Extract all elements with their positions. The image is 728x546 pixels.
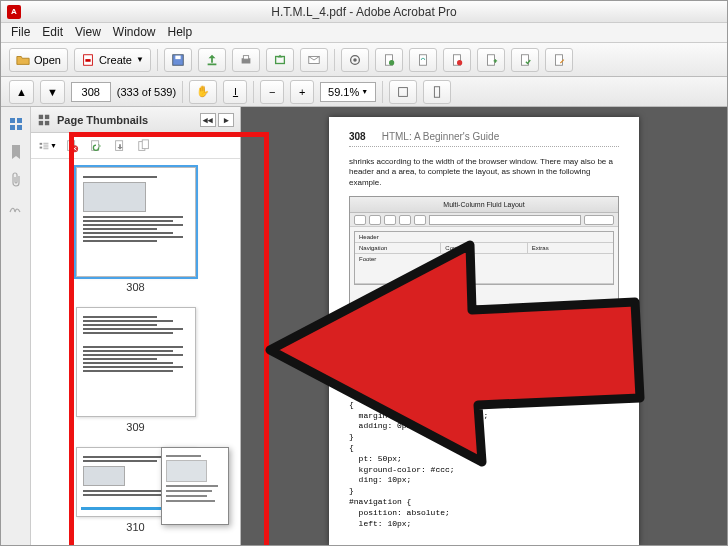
body-paragraph: aint to help you build the basic pageyle… bbox=[349, 314, 619, 335]
create-button[interactable]: Create ▼ bbox=[74, 48, 151, 72]
figure-nav-cell: Navigation bbox=[355, 243, 441, 253]
hand-tool-button[interactable]: ✋ bbox=[189, 80, 217, 104]
menu-bar: File Edit View Window Help bbox=[1, 23, 727, 43]
fit-width-icon bbox=[396, 85, 410, 99]
page-header-number: 308 bbox=[349, 131, 366, 142]
thumb-insert-button[interactable] bbox=[135, 137, 153, 155]
svg-rect-31 bbox=[43, 142, 48, 143]
fit-page-button[interactable] bbox=[423, 80, 451, 104]
thumbnails-close-button[interactable]: ▸ bbox=[218, 113, 234, 127]
thumbnail-page-308[interactable] bbox=[76, 167, 196, 277]
thumbnail-label: 310 bbox=[126, 521, 144, 533]
svg-rect-34 bbox=[43, 148, 48, 149]
share-button[interactable] bbox=[266, 48, 294, 72]
select-tool-button[interactable]: I̲ bbox=[223, 80, 247, 104]
svg-rect-29 bbox=[40, 142, 43, 144]
zoom-out-button[interactable]: − bbox=[260, 80, 284, 104]
window-title: H.T.M.L_4.pdf - Adobe Acrobat Pro bbox=[271, 5, 456, 19]
pdf-page: 308 HTML: A Beginner's Guide shrinks acc… bbox=[329, 117, 639, 545]
svg-rect-4 bbox=[208, 63, 217, 65]
menu-edit[interactable]: Edit bbox=[42, 25, 63, 40]
tool-c-button[interactable] bbox=[443, 48, 471, 72]
arrow-up-icon: ▲ bbox=[16, 86, 27, 98]
svg-rect-28 bbox=[45, 120, 49, 124]
options-icon bbox=[39, 139, 49, 153]
envelope-icon bbox=[307, 53, 321, 67]
pdf-app-icon: A bbox=[7, 5, 21, 19]
tool-b-button[interactable] bbox=[409, 48, 437, 72]
code-block: { margin: 10px 10px 0px 10px; adding: 0p… bbox=[349, 400, 619, 530]
page-x-icon bbox=[65, 139, 79, 153]
embedded-figure-browser: Multi-Column Fluid Layout Header Navigat… bbox=[349, 196, 619, 306]
save-button[interactable] bbox=[164, 48, 192, 72]
svg-rect-7 bbox=[276, 56, 285, 63]
email-button[interactable] bbox=[300, 48, 328, 72]
create-label: Create bbox=[99, 54, 132, 66]
svg-rect-1 bbox=[85, 59, 90, 62]
thumbnail-label: 309 bbox=[126, 421, 144, 433]
prev-page-button[interactable]: ▲ bbox=[9, 80, 34, 104]
fit-page-icon bbox=[430, 85, 444, 99]
fit-width-button[interactable] bbox=[389, 80, 417, 104]
zoom-in-button[interactable]: + bbox=[290, 80, 314, 104]
share-icon bbox=[273, 53, 287, 67]
page-edit-icon bbox=[552, 53, 566, 67]
thumbnail-page-309[interactable] bbox=[76, 307, 196, 417]
settings-button[interactable] bbox=[341, 48, 369, 72]
thumbnail-item[interactable]: 309 bbox=[35, 307, 236, 433]
hand-icon: ✋ bbox=[196, 85, 210, 98]
menu-help[interactable]: Help bbox=[168, 25, 193, 40]
thumb-options-button[interactable]: ▼ bbox=[39, 137, 57, 155]
attachments-tab-button[interactable] bbox=[7, 171, 25, 189]
svg-rect-13 bbox=[419, 54, 426, 65]
plus-icon: + bbox=[299, 86, 305, 98]
tool-a-button[interactable] bbox=[375, 48, 403, 72]
page-check-icon bbox=[518, 53, 532, 67]
thumbnails-collapse-button[interactable]: ◂◂ bbox=[200, 113, 216, 127]
tool-f-button[interactable] bbox=[545, 48, 573, 72]
menu-view[interactable]: View bbox=[75, 25, 101, 40]
thumb-delete-button[interactable] bbox=[63, 137, 81, 155]
thumbnail-item[interactable]: 308 bbox=[35, 167, 236, 293]
document-viewport[interactable]: 308 HTML: A Beginner's Guide shrinks acc… bbox=[241, 107, 727, 545]
svg-rect-6 bbox=[243, 55, 248, 59]
page-add-icon bbox=[484, 53, 498, 67]
thumb-extract-button[interactable] bbox=[111, 137, 129, 155]
page-number-input[interactable] bbox=[71, 82, 111, 102]
bookmark-icon bbox=[9, 144, 23, 160]
svg-rect-26 bbox=[45, 114, 49, 118]
thumbnails-tab-button[interactable] bbox=[7, 115, 25, 133]
export-button[interactable] bbox=[198, 48, 226, 72]
page-delete-icon bbox=[450, 53, 464, 67]
tool-e-button[interactable] bbox=[511, 48, 539, 72]
open-button[interactable]: Open bbox=[9, 48, 68, 72]
page-header-title: HTML: A Beginner's Guide bbox=[382, 131, 500, 142]
signatures-tab-button[interactable] bbox=[7, 199, 25, 217]
gear-icon bbox=[348, 53, 362, 67]
arrow-down-icon: ▼ bbox=[47, 86, 58, 98]
zoom-level-select[interactable]: 59.1% ▼ bbox=[320, 82, 376, 102]
svg-point-15 bbox=[457, 60, 462, 65]
double-chevron-left-icon: ◂◂ bbox=[203, 115, 213, 125]
thumbnail-label: 308 bbox=[126, 281, 144, 293]
print-button[interactable] bbox=[232, 48, 260, 72]
body-paragraph: age layout, the following shows what the… bbox=[349, 363, 619, 373]
thumbnails-toolbar: ▼ bbox=[31, 133, 240, 159]
page-insert-icon bbox=[137, 139, 151, 153]
tool-d-button[interactable] bbox=[477, 48, 505, 72]
body-paragraph: ight look like: bbox=[349, 381, 619, 391]
svg-rect-18 bbox=[555, 54, 562, 65]
svg-rect-27 bbox=[39, 120, 43, 124]
menu-file[interactable]: File bbox=[11, 25, 30, 40]
next-page-button[interactable]: ▼ bbox=[40, 80, 65, 104]
thumbnails-header: Page Thumbnails ◂◂ ▸ bbox=[31, 107, 240, 133]
thumb-rotate-button[interactable] bbox=[87, 137, 105, 155]
body-paragraph: shrinks according to the width of the br… bbox=[349, 157, 619, 188]
menu-window[interactable]: Window bbox=[113, 25, 156, 40]
text-select-icon: I̲ bbox=[234, 86, 237, 97]
figure-title: Multi-Column Fluid Layout bbox=[443, 201, 524, 208]
svg-point-12 bbox=[389, 60, 394, 65]
bookmarks-tab-button[interactable] bbox=[7, 143, 25, 161]
svg-rect-30 bbox=[40, 146, 43, 148]
svg-rect-24 bbox=[17, 125, 22, 130]
